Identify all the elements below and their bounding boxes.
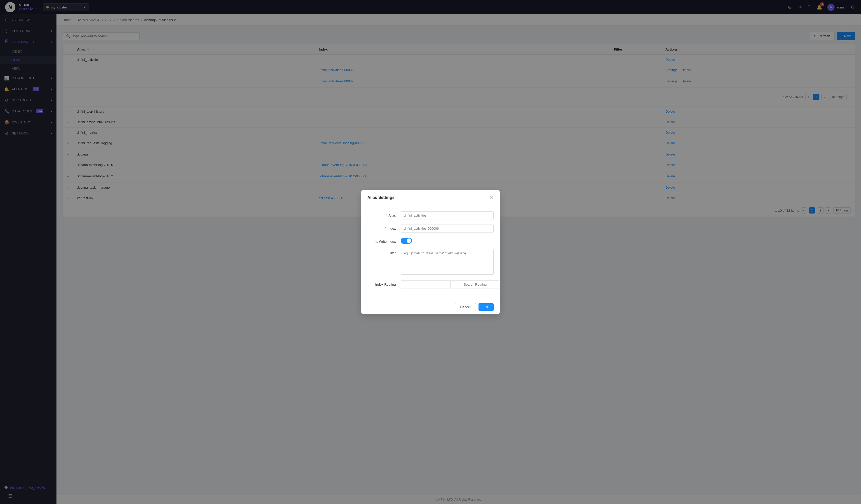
- filter-label: Filter :: [367, 249, 401, 255]
- index-input[interactable]: [401, 225, 494, 233]
- index-routing-input[interactable]: [401, 281, 450, 288]
- filter-textarea[interactable]: [401, 249, 494, 275]
- modal-title: Alias Settings: [367, 195, 395, 200]
- index-field-row: * Index :: [367, 225, 494, 233]
- index-label: * Index :: [367, 225, 401, 230]
- modal-header: Alias Settings ✕: [361, 190, 500, 205]
- required-marker: *: [386, 213, 387, 218]
- search-routing-input[interactable]: [451, 281, 500, 288]
- alias-input[interactable]: [401, 211, 494, 220]
- alias-field-row: * Alias :: [367, 211, 494, 220]
- write-index-label: Is Write Index :: [367, 238, 401, 243]
- alias-settings-modal: Alias Settings ✕ * Alias : * Index :: [361, 190, 500, 314]
- write-index-row: Is Write Index :: [367, 238, 494, 244]
- modal-overlay[interactable]: Alias Settings ✕ * Alias : * Index :: [0, 0, 861, 504]
- routing-container: [401, 280, 500, 289]
- routing-field-row: Index Routing :: [367, 280, 494, 289]
- cancel-button[interactable]: Cancel: [455, 303, 476, 311]
- filter-field-row: Filter :: [367, 249, 494, 275]
- write-index-toggle[interactable]: [401, 238, 412, 244]
- index-form-control: [401, 225, 494, 233]
- required-marker: *: [385, 227, 386, 230]
- alias-form-control: [401, 211, 494, 220]
- toggle-slider: [401, 238, 412, 244]
- routing-label: Index Routing :: [367, 280, 401, 286]
- filter-form-control: [401, 249, 494, 275]
- ok-button[interactable]: OK: [479, 303, 494, 311]
- alias-label: * Alias :: [367, 211, 401, 218]
- write-index-control: [401, 238, 494, 244]
- modal-body: * Alias : * Index : Is Write Index :: [361, 205, 500, 300]
- modal-footer: Cancel OK: [361, 300, 500, 314]
- modal-close-button[interactable]: ✕: [489, 194, 494, 201]
- routing-form-control: [401, 280, 500, 289]
